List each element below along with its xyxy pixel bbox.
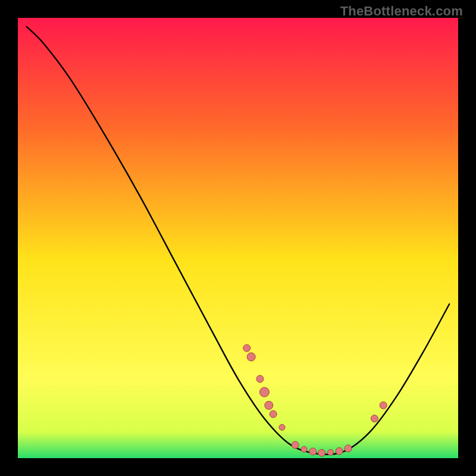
data-marker [309, 448, 317, 455]
data-marker [247, 353, 255, 361]
watermark-text: TheBottleneck.com [340, 4, 463, 19]
data-marker [270, 411, 277, 418]
data-marker [318, 449, 325, 456]
data-marker [327, 449, 333, 455]
data-marker [243, 345, 250, 352]
data-marker [279, 424, 285, 430]
data-marker [292, 441, 299, 449]
data-marker [256, 375, 264, 383]
bottleneck-chart [18, 18, 458, 458]
data-marker [301, 446, 307, 452]
data-marker [336, 447, 343, 455]
chart-container: TheBottleneck.com [0, 0, 476, 476]
data-marker [259, 387, 269, 397]
data-marker [265, 401, 273, 409]
data-marker [371, 415, 378, 422]
gradient-background [18, 18, 458, 458]
data-marker [345, 445, 352, 452]
data-marker [380, 402, 387, 409]
